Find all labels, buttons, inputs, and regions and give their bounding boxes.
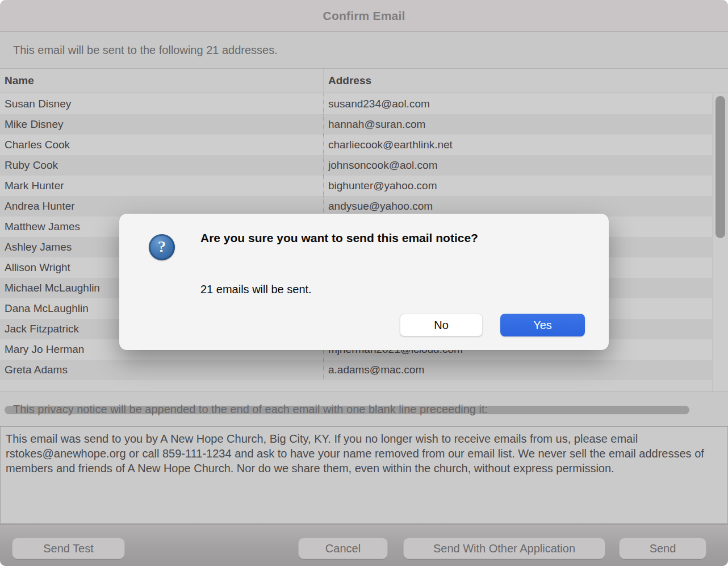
confirm-email-window: Confirm Email This email will be sent to… xyxy=(0,0,728,566)
table-row: Greta Adams a.adams@mac.com xyxy=(0,360,728,380)
cancel-button[interactable]: Cancel xyxy=(298,538,388,559)
cell-name: Charles Cook xyxy=(0,135,324,155)
cell-name: Ruby Cook xyxy=(0,155,324,176)
window-title: Confirm Email xyxy=(323,9,405,23)
yes-button[interactable]: Yes xyxy=(500,314,585,336)
question-mark-icon: ? xyxy=(149,234,175,260)
send-test-button[interactable]: Send Test xyxy=(12,538,125,559)
cell-address: bighunter@yahoo.com xyxy=(324,176,728,196)
send-button[interactable]: Send xyxy=(619,538,706,559)
subtitle-band: This email will be sent to the following… xyxy=(0,32,728,68)
cell-address: a.adams@mac.com xyxy=(324,360,728,380)
recipient-count-text: This email will be sent to the following… xyxy=(13,44,278,57)
confirmation-alert-dialog: ? Are you sure you want to send this ema… xyxy=(119,214,609,350)
cell-address: johnsoncook@aol.com xyxy=(324,155,728,176)
alert-title: Are you sure you want to send this email… xyxy=(200,231,587,245)
column-header-address: Address xyxy=(324,69,728,93)
table-row: Ruby Cook johnsoncook@aol.com xyxy=(0,155,728,176)
table-row: Susan Disney susand234@aol.com xyxy=(0,94,728,114)
table-header-row: Name Address xyxy=(0,69,728,93)
cell-address: charliecook@earthlink.net xyxy=(324,135,728,155)
alert-message: 21 emails will be sent. xyxy=(200,283,587,296)
privacy-notice-label: This privacy notice will be appended to … xyxy=(13,403,488,416)
privacy-label-band: This privacy notice will be appended to … xyxy=(0,393,728,426)
cell-name: Susan Disney xyxy=(0,94,324,114)
window-titlebar: Confirm Email xyxy=(0,0,728,32)
cell-address: hannah@suran.com xyxy=(324,114,728,135)
vertical-scrollbar-track[interactable] xyxy=(712,94,728,392)
privacy-notice-textarea[interactable]: This email was send to you by A New Hope… xyxy=(0,426,728,524)
cell-address: susand234@aol.com xyxy=(324,94,728,114)
send-with-other-application-button[interactable]: Send With Other Application xyxy=(403,538,605,559)
no-button[interactable]: No xyxy=(400,314,483,336)
cell-name: Greta Adams xyxy=(0,360,324,380)
table-row: Mark Hunter bighunter@yahoo.com xyxy=(0,176,728,196)
vertical-scrollbar-thumb[interactable] xyxy=(716,96,725,238)
cell-name: Mike Disney xyxy=(0,114,324,135)
table-row: Charles Cook charliecook@earthlink.net xyxy=(0,135,728,155)
table-row: Mike Disney hannah@suran.com xyxy=(0,114,728,135)
cell-name: Mark Hunter xyxy=(0,176,324,196)
footer-button-bar: Send Test Cancel Send With Other Applica… xyxy=(0,524,728,566)
column-header-name: Name xyxy=(0,69,324,93)
